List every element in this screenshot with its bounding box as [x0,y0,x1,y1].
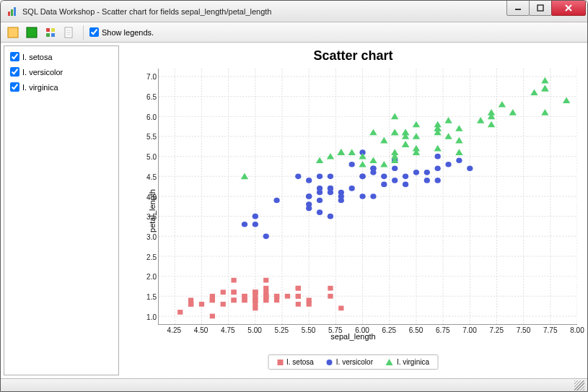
show-legends-input[interactable] [89,27,99,37]
chart-doc-icon [63,27,75,38]
svg-point-126 [359,174,365,180]
svg-rect-5 [8,27,18,38]
svg-point-128 [392,178,398,183]
circle-icon [327,360,333,365]
legend-item-virginica[interactable]: I. virginica [386,358,429,366]
svg-rect-70 [221,289,226,295]
svg-rect-59 [328,286,333,291]
svg-point-112 [370,193,376,199]
svg-rect-83 [188,302,193,307]
svg-point-107 [317,174,322,180]
svg-rect-9 [46,33,50,37]
chart-gold-icon [7,27,19,38]
svg-rect-63 [210,314,215,319]
chart-type-btn-3[interactable] [43,25,58,40]
svg-rect-77 [307,302,312,307]
svg-point-134 [253,222,258,227]
svg-point-117 [445,162,451,167]
svg-rect-1 [11,9,13,16]
svg-point-115 [403,182,408,188]
x-axis-label: sepal_length [122,332,584,341]
svg-point-97 [392,165,398,171]
resize-grip-icon[interactable] [574,380,584,391]
svg-point-110 [317,198,322,204]
svg-rect-73 [274,294,279,299]
series-check-versicolor[interactable]: I. versicolor [10,67,113,77]
close-icon [564,4,573,12]
toolbar-separator [83,25,84,40]
chart-area: Scatter chart petal_length 1.01.52.02.53… [122,45,584,375]
square-icon [277,360,283,365]
titlebar[interactable]: SQL Data Workshop - Scatter chart for fi… [1,1,587,22]
y-ticks: 1.01.52.02.53.03.54.04.55.05.56.06.57.0 [139,69,157,325]
legend-item-setosa[interactable]: I. setosa [277,358,314,366]
svg-rect-54 [177,310,183,315]
svg-rect-2 [14,7,16,16]
svg-rect-57 [296,302,301,307]
svg-rect-71 [231,289,236,295]
svg-point-95 [413,170,419,175]
chart-title: Scatter chart [122,48,584,64]
svg-point-92 [403,174,408,180]
legend: I. setosa I. versicolor I. virginica [268,354,439,370]
plot-svg [159,69,577,324]
svg-point-140 [328,190,333,196]
series-check-setosa[interactable]: I. setosa [10,52,113,61]
chart-colors-icon [45,27,56,38]
plot[interactable] [158,69,577,325]
svg-point-103 [359,193,365,199]
show-legends-label: Show legends. [102,28,154,37]
svg-rect-88 [210,297,215,302]
svg-rect-3 [515,9,521,10]
svg-rect-0 [8,12,10,16]
svg-point-100 [273,198,279,204]
svg-point-127 [435,165,441,171]
svg-rect-89 [285,294,290,299]
window-buttons [507,4,586,19]
svg-rect-65 [231,278,236,283]
minimize-button[interactable] [506,0,530,16]
svg-point-138 [381,182,387,188]
chart-type-btn-4[interactable] [61,25,77,40]
chart-green-icon [26,27,38,38]
window-title: SQL Data Workshop - Scatter chart for fi… [22,7,507,16]
svg-point-99 [424,170,430,175]
svg-point-105 [317,209,322,215]
svg-rect-4 [537,5,543,11]
svg-point-139 [263,233,269,239]
svg-rect-82 [199,302,204,307]
show-legends-checkbox[interactable]: Show legends. [89,27,154,37]
app-window: SQL Data Workshop - Scatter chart for fi… [0,0,588,392]
svg-rect-7 [46,28,50,32]
svg-rect-6 [27,27,37,38]
chart-type-btn-2[interactable] [24,25,40,40]
svg-rect-10 [51,33,55,37]
chart-type-btn-1[interactable] [5,25,21,40]
maximize-button[interactable] [529,0,552,16]
svg-rect-56 [328,294,333,299]
svg-point-106 [435,178,441,183]
statusbar [1,378,587,391]
svg-point-135 [317,186,322,191]
content: I. setosa I. versicolor I. virginica Sca… [1,43,587,378]
legend-item-versicolor[interactable]: I. versicolor [327,358,373,366]
svg-point-118 [435,154,441,160]
svg-rect-84 [253,289,258,295]
svg-point-102 [349,186,355,191]
svg-rect-43 [221,302,226,307]
svg-rect-55 [338,306,343,311]
svg-rect-8 [51,28,55,32]
svg-point-101 [253,214,258,219]
svg-rect-86 [231,297,236,302]
triangle-icon [386,359,393,365]
close-button[interactable] [551,0,586,16]
minimize-icon [514,4,522,12]
series-check-virginica[interactable]: I. virginica [10,82,113,92]
toolbar: Show legends. [1,22,587,43]
svg-point-120 [328,214,333,219]
app-icon [6,6,18,17]
svg-point-96 [328,174,333,180]
svg-point-91 [467,165,473,171]
svg-point-122 [306,206,312,212]
svg-point-130 [306,193,312,199]
